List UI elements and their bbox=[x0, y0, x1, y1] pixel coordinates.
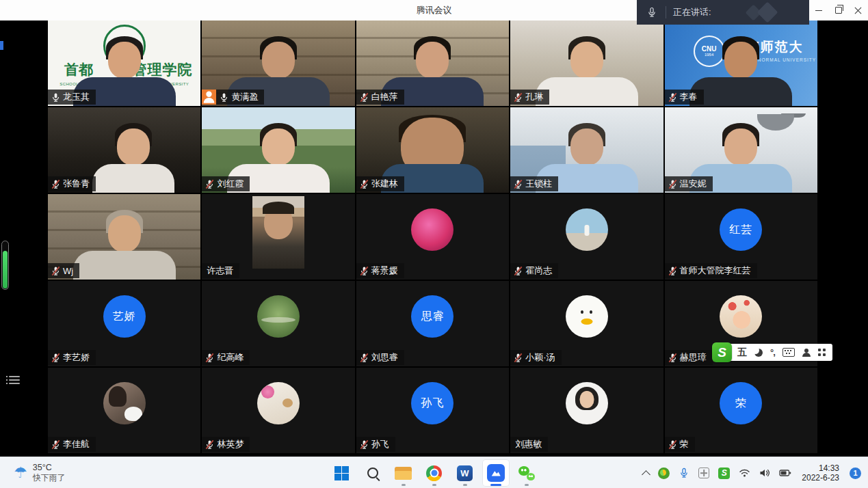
avatar bbox=[411, 208, 453, 251]
antivirus-360-icon[interactable] bbox=[658, 467, 670, 479]
participant-name: 李春 bbox=[680, 91, 698, 103]
mic-muted-icon bbox=[205, 439, 215, 450]
participant-tile[interactable]: 孙飞 孙飞 bbox=[356, 368, 509, 453]
participant-tile[interactable]: 林英梦 bbox=[202, 368, 354, 453]
participant-tile[interactable]: 蒋景媛 bbox=[356, 194, 509, 280]
folder-icon bbox=[395, 467, 412, 480]
avatar bbox=[720, 295, 762, 338]
file-explorer-button[interactable] bbox=[390, 459, 417, 487]
avatar bbox=[566, 295, 608, 338]
notification-badge[interactable]: 1 bbox=[850, 467, 861, 479]
list-overlay-icon[interactable] bbox=[6, 374, 20, 385]
participant-name: 刘惠敏 bbox=[515, 438, 542, 450]
wifi-icon[interactable] bbox=[739, 468, 750, 478]
ime-mode-wubi[interactable]: 五 bbox=[737, 347, 747, 359]
ime-skin-icon[interactable] bbox=[802, 349, 811, 357]
participant-tile[interactable]: 黄满盈 bbox=[202, 21, 354, 106]
volume-level-indicator bbox=[1, 241, 9, 290]
minimize-button[interactable] bbox=[808, 0, 828, 21]
soft-keyboard-icon[interactable] bbox=[782, 348, 795, 357]
mic-muted-icon bbox=[668, 92, 678, 103]
avatar: 思睿 bbox=[411, 295, 453, 338]
start-button[interactable] bbox=[328, 459, 356, 487]
participant-tile[interactable]: 刘红霞 bbox=[202, 107, 354, 193]
participant-name: 刘红霞 bbox=[217, 178, 244, 190]
divider bbox=[666, 6, 666, 18]
word-button[interactable]: W bbox=[451, 459, 479, 487]
system-tray: S 14:33 2022-6-23 1 bbox=[643, 457, 861, 488]
participant-name-label: 李春 bbox=[665, 90, 704, 105]
participant-tile[interactable]: 温安妮 bbox=[665, 107, 817, 193]
restore-button[interactable] bbox=[828, 0, 848, 21]
participant-tile[interactable]: 许志晋 bbox=[202, 194, 354, 280]
ime-toolbar[interactable]: S 五 °, bbox=[712, 342, 832, 362]
weather-temp: 35°C bbox=[33, 463, 66, 474]
mic-muted-icon bbox=[359, 439, 369, 450]
participant-tile[interactable]: 小颖·汤 bbox=[510, 281, 663, 366]
search-button[interactable] bbox=[359, 459, 386, 487]
participant-name-label: 黄满盈 bbox=[202, 90, 264, 105]
participant-tile[interactable]: CNU1954首都师范大学CAPITAL NORMAL UNIVERSITY 李… bbox=[665, 21, 817, 106]
participant-tile[interactable]: 刘惠敏 bbox=[510, 368, 663, 453]
participant-tile[interactable]: 张建林 bbox=[356, 107, 509, 193]
participant-name-label: 许志晋 bbox=[202, 263, 239, 278]
taskbar-clock[interactable]: 14:33 2022-6-23 bbox=[802, 463, 839, 483]
mic-muted-icon bbox=[205, 179, 215, 189]
person-video bbox=[89, 122, 178, 193]
participant-name-label: 孔琳 bbox=[510, 90, 549, 105]
weather-widget[interactable]: ☂ 35°C 快下雨了 bbox=[8, 457, 71, 488]
window-controls bbox=[808, 0, 868, 21]
capture-tool-icon[interactable] bbox=[698, 467, 709, 478]
tray-mic-icon[interactable] bbox=[679, 467, 689, 478]
participant-tile[interactable]: 白艳萍 bbox=[356, 21, 509, 106]
night-mode-icon[interactable] bbox=[754, 349, 763, 357]
participant-tile[interactable]: 王锁柱 bbox=[510, 107, 663, 193]
participant-tile[interactable]: 纪高峰 bbox=[202, 281, 354, 366]
participant-tile[interactable]: 红芸 首师大管院李红芸 bbox=[665, 194, 817, 280]
speaker-icon[interactable] bbox=[759, 468, 770, 478]
participant-name: 纪高峰 bbox=[217, 351, 244, 364]
sogou-tray-icon[interactable]: S bbox=[718, 467, 730, 479]
tencent-meeting-button[interactable] bbox=[482, 459, 510, 487]
participant-name: 小颖·汤 bbox=[525, 351, 555, 364]
participant-name-label: 孙飞 bbox=[356, 437, 395, 452]
avatar: 孙飞 bbox=[411, 382, 453, 424]
weather-desc: 快下雨了 bbox=[33, 473, 66, 483]
avatar bbox=[257, 295, 300, 338]
clock-date: 2022-6-23 bbox=[802, 473, 839, 483]
participant-name: 孔琳 bbox=[525, 91, 543, 103]
participant-tile[interactable]: 孔琳 bbox=[510, 21, 663, 106]
participant-name: 首师大管院李红芸 bbox=[680, 265, 751, 277]
mic-on-icon bbox=[51, 92, 61, 103]
participant-tile[interactable]: 荣 荣 bbox=[665, 368, 817, 453]
participant-name: 白艳萍 bbox=[371, 91, 398, 103]
participant-tile[interactable]: 张鲁青 bbox=[48, 107, 200, 193]
participant-tile[interactable]: 首都管理学院SCHOOL OF MANAGEMENT CAPITAL NORMA… bbox=[48, 21, 200, 106]
participant-name: Wj bbox=[63, 266, 73, 276]
meeting-watermark-icon bbox=[745, 4, 786, 21]
ime-punctuation[interactable]: °, bbox=[770, 347, 775, 357]
participant-tile[interactable]: 思睿 刘思睿 bbox=[356, 281, 509, 366]
mic-on-icon bbox=[219, 92, 229, 103]
host-badge-icon bbox=[202, 90, 216, 105]
meeting-stage: 首都管理学院SCHOOL OF MANAGEMENT CAPITAL NORMA… bbox=[0, 21, 868, 457]
participant-tile[interactable]: 李佳航 bbox=[48, 368, 200, 453]
chrome-button[interactable] bbox=[421, 459, 448, 487]
battery-icon[interactable] bbox=[779, 469, 791, 477]
close-button[interactable] bbox=[848, 0, 868, 21]
sogou-logo-icon[interactable]: S bbox=[712, 342, 732, 362]
participant-tile[interactable]: 艺娇 李艺娇 bbox=[48, 281, 200, 366]
participant-tile[interactable]: Wj bbox=[48, 194, 200, 280]
speaking-mic-icon bbox=[646, 7, 657, 18]
mic-muted-icon bbox=[359, 353, 369, 363]
mic-muted-icon bbox=[51, 439, 61, 450]
participant-tile[interactable]: 霍尚志 bbox=[510, 194, 663, 280]
ime-toolbox-icon[interactable] bbox=[818, 349, 826, 356]
wechat-button[interactable] bbox=[513, 459, 540, 487]
mic-muted-icon bbox=[359, 266, 369, 276]
tray-expand-chevron-icon[interactable] bbox=[643, 469, 649, 478]
participant-name: 荣 bbox=[680, 438, 689, 450]
umbrella-rain-icon: ☂ bbox=[14, 465, 27, 480]
participant-name-label: 刘思睿 bbox=[356, 350, 404, 365]
avatar: 红芸 bbox=[720, 208, 762, 251]
